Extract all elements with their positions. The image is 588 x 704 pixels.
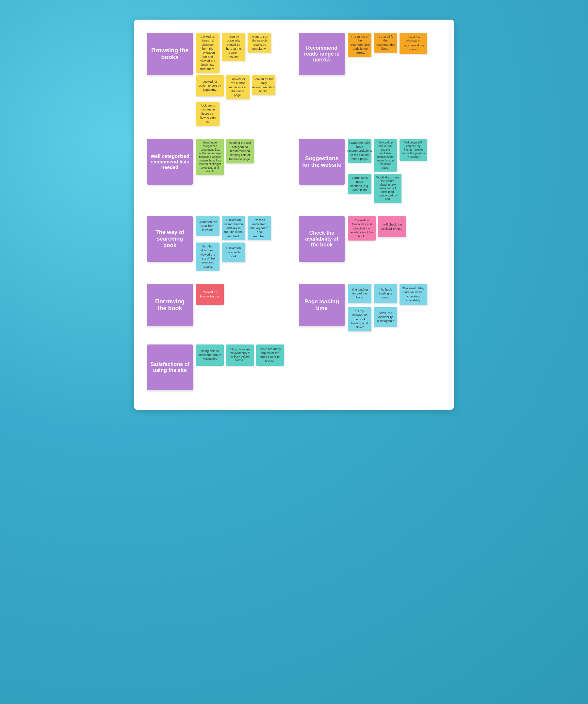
category-page-loading: Page loading time	[299, 284, 345, 326]
section-recommend-range: Recommend reads range is narrow The rang…	[299, 33, 441, 126]
note: There are many copies for the book I wan…	[256, 345, 284, 366]
category-check-availability: Check the availability of the book	[299, 216, 345, 262]
note: "Sort by popularity should be here at th…	[222, 33, 245, 61]
note: Would like to have the feature showing h…	[374, 174, 401, 203]
category-browsing: Browsing the books	[147, 33, 193, 75]
note: Clicked on the specific book.	[222, 242, 245, 262]
note: Some icons need captions (e.g. Loan icon…	[348, 174, 372, 194]
note: Being able to check the book's availabil…	[196, 345, 224, 366]
category-recommend-range: Recommend reads range is narrow	[299, 33, 345, 75]
note: "Is my network or the book loading a bit…	[348, 307, 372, 332]
note: Looked for option to sort by popularity.	[196, 75, 224, 97]
note: Clicked on Search & Discover from the na…	[196, 33, 219, 73]
section-page-loading: Page loading time The loading time of th…	[299, 284, 441, 332]
note: I want the website to recommend me more.	[399, 33, 427, 54]
note: "It would be nice if I can see the click…	[374, 139, 397, 172]
note: "Wah, the availability slow again."	[374, 307, 397, 327]
notes-check-availability: Clicked on Availability and checked the …	[348, 216, 406, 241]
category-suggestions: Suggestions for the website	[299, 139, 345, 185]
section-suggestions: Suggestions for the website I want the d…	[299, 139, 441, 203]
note: Need more categorized recommend lists at…	[196, 139, 224, 175]
section-satisfactions: Satisfactions of using the site Being ab…	[147, 345, 289, 390]
note: Needing the well categorized recommended…	[226, 139, 254, 163]
section-check-availability: Check the availability of the book Click…	[299, 216, 441, 271]
note: I will check the availability first.	[378, 216, 406, 237]
note: Pressed enter from the keyboard and sear…	[248, 216, 271, 240]
sections-grid: Browsing the books Clicked on Search & D…	[147, 33, 441, 390]
section-well-categorized: Well categorized recommend lists needed …	[147, 139, 289, 203]
note: Looked for the daily recommendation book…	[252, 75, 275, 95]
note: The range of the recommended reads is to…	[348, 33, 372, 57]
note: Clicked on borrow button.	[196, 284, 224, 305]
note: The small delay interval while checking …	[399, 284, 427, 305]
note: The loading time of the book	[348, 284, 372, 303]
note: Clicked on search button and key in the …	[222, 216, 245, 240]
note: "Hmm, I can see the availability of my b…	[226, 345, 254, 366]
note: I want to sort the search results by pop…	[248, 33, 271, 53]
notes-satisfactions: Being able to check the book's availabil…	[196, 345, 284, 366]
notes-suggestions: I want the daily book recommendations to…	[348, 139, 441, 203]
note: The book loading is slow.	[374, 284, 397, 303]
notes-page-loading: The loading time of the book The book lo…	[348, 284, 441, 332]
section-searching: The way of searching book Searched the N…	[147, 216, 289, 271]
section-browsing: Browsing the books Clicked on Search & D…	[147, 33, 289, 126]
note: Looked for the author name lists at the …	[226, 75, 250, 99]
notes-borrowing: Clicked on borrow button.	[196, 284, 224, 305]
note: "Will be good if I can see my friends' f…	[399, 139, 427, 161]
category-searching: The way of searching book	[147, 216, 193, 262]
note: "Is that all for the recommended lists?"	[374, 33, 397, 53]
notes-well-categorized: Need more categorized recommend lists at…	[196, 139, 254, 175]
note: Scrolled down and viewed the lists of th…	[196, 242, 219, 271]
main-board: Browsing the books Clicked on Search & D…	[134, 19, 454, 410]
category-satisfactions: Satisfactions of using the site	[147, 345, 193, 390]
empty-cell	[299, 345, 441, 390]
category-well-categorized: Well categorized recommend lists needed	[147, 139, 193, 185]
notes-browsing: Clicked on Search & Discover from the na…	[196, 33, 289, 126]
notes-recommend-range: The range of the recommended reads is to…	[348, 33, 427, 57]
note: Searched the NLB from browser.	[196, 216, 219, 236]
note: Clicked on Availability and checked the …	[348, 216, 376, 241]
notes-searching: Searched the NLB from browser. Clicked o…	[196, 216, 289, 271]
note: Took some minutes to figure out how to s…	[196, 102, 219, 126]
note: I want the daily book recommendations to…	[348, 139, 372, 163]
section-borrowing: Borrowing the book Clicked on borrow but…	[147, 284, 289, 332]
category-borrowing: Borrowing the book	[147, 284, 193, 326]
